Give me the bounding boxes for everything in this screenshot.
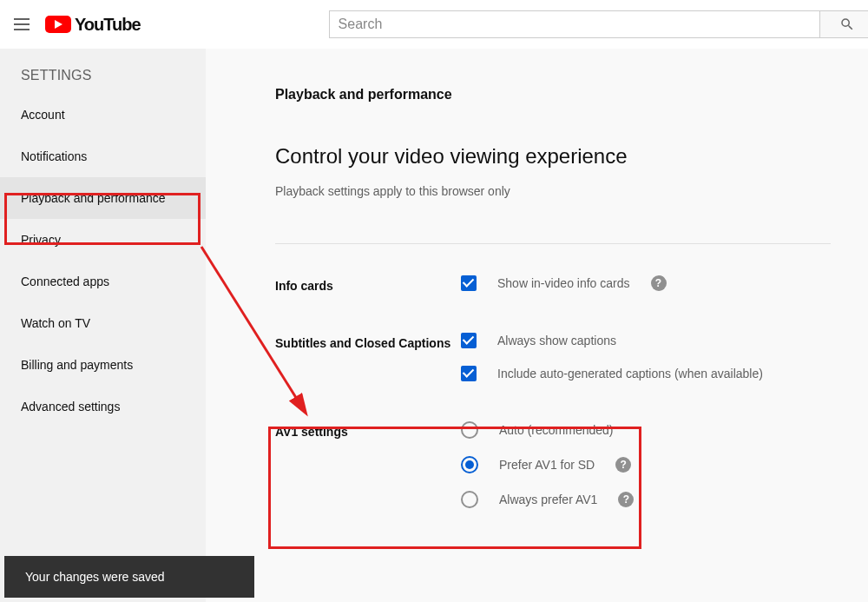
help-icon[interactable]: ? <box>618 492 634 507</box>
search-button[interactable] <box>819 10 868 38</box>
control-row: Prefer AV1 for SD ? <box>461 456 831 473</box>
play-icon <box>45 16 71 33</box>
sidebar-item-connected-apps[interactable]: Connected apps <box>0 261 206 302</box>
search-icon <box>839 17 855 32</box>
control-row: Show in-video info cards ? <box>461 275 831 291</box>
control-row: Auto (recommended) <box>461 421 831 439</box>
radio-label: Auto (recommended) <box>499 423 614 437</box>
sidebar-item-account[interactable]: Account <box>0 94 206 136</box>
toast-message: Your changes were saved <box>25 570 165 584</box>
toast-saved: Your changes were saved <box>4 556 254 598</box>
radio-av1-sd[interactable] <box>461 456 478 473</box>
checkbox-auto-captions[interactable] <box>461 366 477 381</box>
section-info-cards: Info cards Show in-video info cards ? <box>275 275 831 293</box>
sidebar-item-advanced[interactable]: Advanced settings <box>0 386 206 427</box>
section-subtitles: Subtitles and Closed Captions Always sho… <box>275 333 831 381</box>
sidebar-item-notifications[interactable]: Notifications <box>0 136 206 177</box>
menu-icon[interactable] <box>14 14 30 35</box>
search-input[interactable] <box>329 10 819 38</box>
main-content: Playback and performance Control your vi… <box>206 49 868 602</box>
logo-text: YouTube <box>75 15 141 35</box>
section-label-info-cards: Info cards <box>275 275 461 293</box>
section-divider <box>275 243 831 244</box>
checkbox-info-cards[interactable] <box>461 275 477 291</box>
control-row: Include auto-generated captions (when av… <box>461 366 831 381</box>
radio-label: Prefer AV1 for SD <box>499 458 595 472</box>
help-icon[interactable]: ? <box>651 275 667 291</box>
checkbox-label: Always show captions <box>497 334 616 347</box>
sidebar-item-playback[interactable]: Playback and performance <box>0 177 206 219</box>
radio-av1-auto[interactable] <box>461 421 478 439</box>
checkbox-label: Show in-video info cards <box>497 276 630 290</box>
control-row: Always show captions <box>461 333 831 348</box>
sidebar-item-billing[interactable]: Billing and payments <box>0 344 206 386</box>
sidebar-item-privacy[interactable]: Privacy <box>0 219 206 261</box>
sidebar-item-watch-on-tv[interactable]: Watch on TV <box>0 302 206 344</box>
app-header: YouTube <box>0 0 868 49</box>
page-description: Playback settings apply to this browser … <box>275 184 868 198</box>
sidebar-heading: SETTINGS <box>0 59 206 94</box>
radio-label: Always prefer AV1 <box>499 493 597 506</box>
checkbox-always-captions[interactable] <box>461 333 477 348</box>
page-subtitle: Playback and performance <box>275 87 868 103</box>
page-title: Control your video viewing experience <box>275 144 868 169</box>
help-icon[interactable]: ? <box>615 457 631 473</box>
section-av1: AV1 settings Auto (recommended) Prefer A… <box>275 421 831 508</box>
youtube-logo[interactable]: YouTube <box>45 15 141 35</box>
section-label-av1: AV1 settings <box>275 421 461 439</box>
section-label-subtitles: Subtitles and Closed Captions <box>275 333 461 350</box>
checkbox-label: Include auto-generated captions (when av… <box>497 367 763 380</box>
control-row: Always prefer AV1 ? <box>461 491 831 508</box>
search-bar <box>329 10 868 38</box>
radio-av1-always[interactable] <box>461 491 478 508</box>
settings-sidebar: SETTINGS Account Notifications Playback … <box>0 49 206 602</box>
